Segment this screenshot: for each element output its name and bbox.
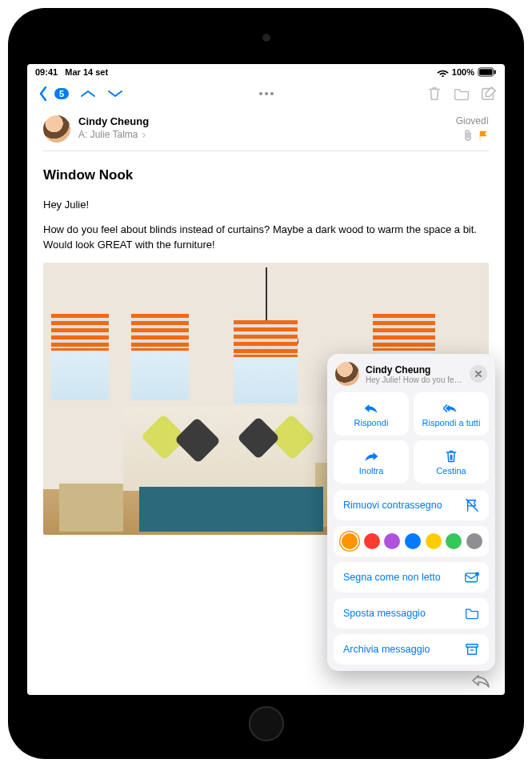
sender-avatar[interactable] <box>43 115 70 143</box>
sender-name[interactable]: Cindy Cheung <box>78 115 448 127</box>
trash-icon[interactable] <box>426 86 442 102</box>
back-icon[interactable] <box>35 86 51 102</box>
to-label: A: <box>78 129 87 140</box>
screen: 09:41 Mar 14 set 100% 5 <box>27 64 505 695</box>
ipad-device-frame: 09:41 Mar 14 set 100% 5 <box>8 8 524 759</box>
flag-color-2[interactable] <box>384 533 400 549</box>
popover-sender-name: Cindy Cheung <box>366 364 463 375</box>
flag-color-5[interactable] <box>446 533 462 549</box>
status-right: 100% <box>437 67 497 77</box>
archive-message-label: Archivia messaggio <box>343 644 430 655</box>
move-message-button[interactable]: Sposta messaggio <box>334 598 489 628</box>
status-time: 09:41 <box>35 67 58 77</box>
popover-header: Cindy Cheung Hey Julie! How do you feel … <box>334 362 489 392</box>
body-paragraph: How do you feel about blinds instead of … <box>43 223 489 253</box>
to-line[interactable]: A: Julie Talma <box>78 129 448 140</box>
front-camera <box>262 34 270 42</box>
reply-button[interactable] <box>471 673 490 692</box>
body-greeting: Hey Julie! <box>43 198 489 213</box>
forward-label: Inoltra <box>359 466 384 476</box>
flag-color-0[interactable] <box>342 533 358 549</box>
mail-content: Cindy Cheung A: Julie Talma Giovedì <box>27 107 505 695</box>
more-icon[interactable] <box>259 92 274 95</box>
reply-all-label: Rispondi a tutti <box>422 418 481 428</box>
reply-all-button[interactable]: Rispondi a tutti <box>414 392 489 436</box>
email-body: Hey Julie! How do you feel about blinds … <box>43 198 489 253</box>
compose-icon[interactable] <box>481 86 497 102</box>
svg-rect-2 <box>494 70 496 74</box>
attachment-icon <box>463 130 473 141</box>
trash-button[interactable]: Cestina <box>414 440 489 484</box>
reply-actions-popover: Cindy Cheung Hey Julie! How do you feel … <box>327 354 495 671</box>
flag-color-6[interactable] <box>466 533 482 549</box>
flag-color-4[interactable] <box>426 533 442 549</box>
status-left: 09:41 Mar 14 set <box>35 67 108 77</box>
wifi-icon <box>437 68 449 77</box>
archive-message-button[interactable]: Archivia messaggio <box>334 634 489 665</box>
move-message-label: Sposta messaggio <box>343 608 426 619</box>
reply-button[interactable]: Rispondi <box>334 392 409 436</box>
mark-unread-label: Segna come non letto <box>343 572 441 583</box>
folder-icon[interactable] <box>454 86 470 102</box>
flag-color-row <box>334 526 489 556</box>
flag-color-1[interactable] <box>364 533 380 549</box>
trash-label: Cestina <box>436 466 466 476</box>
status-bar: 09:41 Mar 14 set 100% <box>27 64 505 80</box>
status-date: Mar 14 set <box>65 67 108 77</box>
reply-label: Rispondi <box>354 418 389 428</box>
unread-badge[interactable]: 5 <box>54 88 69 99</box>
received-day: Giovedì <box>456 115 489 126</box>
unflag-button[interactable]: Rimuovi contrassegno <box>334 490 489 520</box>
recipient-name: Julie Talma <box>90 129 138 140</box>
svg-point-5 <box>475 572 479 576</box>
home-button[interactable] <box>249 706 284 741</box>
battery-icon <box>478 67 497 77</box>
popover-sender-avatar <box>335 362 359 386</box>
sender-row: Cindy Cheung A: Julie Talma Giovedì <box>43 107 489 151</box>
flag-icon <box>478 130 489 141</box>
email-subject: Window Nook <box>43 167 489 183</box>
svg-rect-1 <box>479 69 492 75</box>
popover-preview: Hey Julie! How do you feel ab... <box>366 375 463 384</box>
nav-bar: 5 <box>27 80 505 107</box>
prev-message-icon[interactable] <box>80 86 96 102</box>
unflag-label: Rimuovi contrassegno <box>343 500 442 511</box>
mark-unread-button[interactable]: Segna come non letto <box>334 562 489 592</box>
sender-meta: Giovedì <box>456 115 489 141</box>
battery-text: 100% <box>452 67 474 77</box>
next-message-icon[interactable] <box>107 86 123 102</box>
flag-color-3[interactable] <box>405 533 421 549</box>
forward-button[interactable]: Inoltra <box>334 440 409 484</box>
close-popover-button[interactable] <box>470 365 487 383</box>
